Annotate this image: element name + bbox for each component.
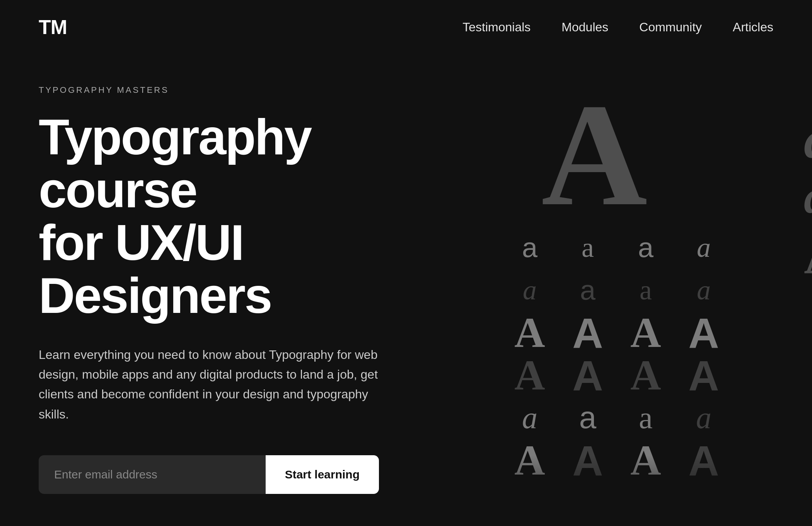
nav-modules[interactable]: Modules <box>561 20 608 34</box>
grid-cell: a <box>503 228 557 267</box>
grid-cell: a <box>677 228 731 267</box>
nav-testimonials[interactable]: Testimonials <box>462 20 531 34</box>
hero-description: Learn everything you need to know about … <box>39 345 387 424</box>
grid-cell: A <box>677 313 731 352</box>
grid-cell: A <box>561 313 615 352</box>
edge-letters: a d A <box>804 112 812 282</box>
grid-cell: A <box>619 313 673 352</box>
grid-cell: a <box>503 398 557 437</box>
grid-cell: A <box>503 441 557 480</box>
main-nav: Testimonials Modules Community Articles <box>462 20 773 34</box>
grid-cell: A <box>619 441 673 480</box>
grid-cell: A <box>503 313 557 352</box>
email-input[interactable] <box>39 455 266 494</box>
hero-content: TYPOGRAPHY MASTERS Typography course for… <box>39 85 464 494</box>
typography-decoration: A a d A a a a a a a a a A A <box>495 73 812 499</box>
grid-cell: a <box>503 271 557 309</box>
hero-title-line2: for UX/UI Designers <box>39 214 271 324</box>
hero-title: Typography course for UX/UI Designers <box>39 111 464 322</box>
logo[interactable]: TM <box>39 15 67 39</box>
grid-cell: a <box>619 228 673 267</box>
grid-cell: A <box>677 356 731 394</box>
edge-letter-2: d <box>804 174 812 220</box>
grid-cell: A <box>619 356 673 394</box>
grid-cell: a <box>677 398 731 437</box>
grid-cell: a <box>561 228 615 267</box>
big-letter-a: A <box>541 81 647 228</box>
grid-cell: a <box>619 271 673 309</box>
cta-form: Start learning <box>39 455 379 494</box>
nav-articles[interactable]: Articles <box>733 20 773 34</box>
edge-letter-3: A <box>804 228 812 282</box>
grid-cell: A <box>561 441 615 480</box>
grid-cell: a <box>619 398 673 437</box>
edge-letter-1: a <box>804 112 812 166</box>
hero-section: A a d A a a a a a a a a A A <box>0 54 812 526</box>
nav-community[interactable]: Community <box>639 20 702 34</box>
hero-title-line1: Typography course <box>39 109 311 218</box>
header: TM Testimonials Modules Community Articl… <box>0 0 812 54</box>
grid-cell: a <box>561 271 615 309</box>
hero-eyebrow: TYPOGRAPHY MASTERS <box>39 85 464 95</box>
grid-cell: a <box>561 398 615 437</box>
grid-cell: A <box>561 356 615 394</box>
grid-cell: A <box>503 356 557 394</box>
letter-grid: a a a a a a a a A A A A A A A A a <box>495 220 739 487</box>
start-learning-button[interactable]: Start learning <box>266 455 379 494</box>
grid-cell: A <box>677 441 731 480</box>
grid-cell: a <box>677 271 731 309</box>
